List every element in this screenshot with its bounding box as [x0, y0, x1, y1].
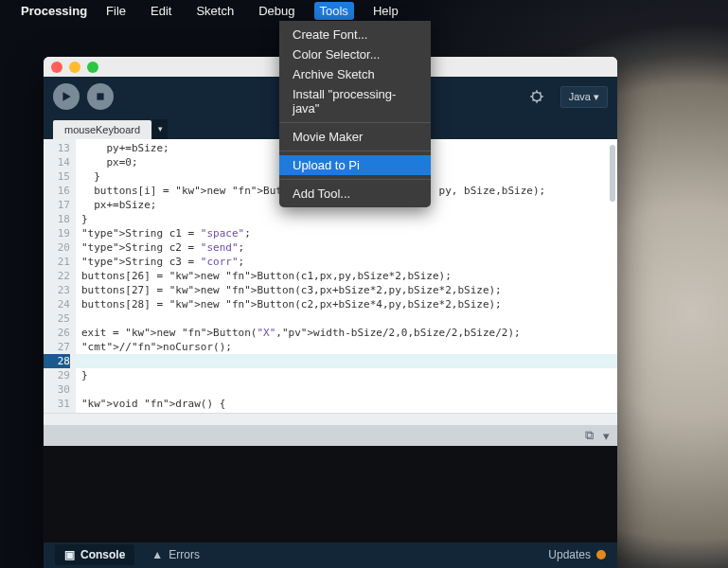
console-tab[interactable]: ▣ Console: [55, 544, 134, 565]
update-dot-icon: [596, 550, 606, 559]
app-name[interactable]: Processing: [21, 4, 87, 18]
menu-add-tool[interactable]: Add Tool...: [279, 184, 431, 204]
code-line[interactable]: buttons[28] = "kw">new "fn">Button(c2,px…: [81, 297, 612, 311]
code-line[interactable]: [81, 311, 612, 326]
tools-dropdown: Create Font... Color Selector... Archive…: [279, 21, 431, 207]
menu-edit[interactable]: Edit: [145, 2, 177, 20]
code-line[interactable]: [81, 382, 612, 397]
menu-color-selector[interactable]: Color Selector...: [279, 44, 431, 64]
debug-icon[interactable]: [524, 84, 549, 109]
mode-selector[interactable]: Java ▾: [560, 86, 608, 108]
menu-upload-to-pi[interactable]: Upload to Pi: [279, 155, 431, 175]
errors-tab[interactable]: ▲ Errors: [151, 548, 200, 561]
console-icon: ▣: [64, 548, 75, 561]
menu-sketch[interactable]: Sketch: [190, 2, 240, 20]
vertical-scrollbar[interactable]: [610, 145, 615, 202]
updates-indicator[interactable]: Updates: [548, 548, 606, 561]
menu-separator: [279, 179, 431, 180]
stop-button[interactable]: [87, 83, 114, 110]
menu-separator: [279, 122, 431, 123]
code-line[interactable]: buttons[26] = "kw">new "fn">Button(c1,px…: [81, 269, 612, 283]
menu-tools[interactable]: Tools: [314, 2, 354, 20]
tab-menu-button[interactable]: ▾: [152, 119, 168, 139]
code-line[interactable]: "type">String c2 = "send";: [81, 240, 612, 255]
menu-movie-maker[interactable]: Movie Maker: [279, 127, 431, 147]
menu-create-font[interactable]: Create Font...: [279, 25, 431, 44]
code-line[interactable]: "type">String c3 = "corr";: [81, 255, 612, 269]
status-bar: ▣ Console ▲ Errors Updates: [44, 542, 617, 568]
menu-archive-sketch[interactable]: Archive Sketch: [279, 64, 431, 84]
line-gutter: 13141516171819202122232425262728293031: [44, 139, 76, 413]
warning-icon: ▲: [151, 548, 163, 561]
menu-install-java[interactable]: Install "processing-java": [279, 84, 431, 118]
line-col-icon[interactable]: ⧉: [585, 428, 594, 443]
menubar: Processing File Edit Sketch Debug Tools …: [0, 0, 728, 21]
code-line[interactable]: buttons[27] = "kw">new "fn">Button(c3,px…: [81, 283, 612, 297]
code-line[interactable]: "kw">void "fn">draw() {: [81, 397, 612, 411]
menu-help[interactable]: Help: [367, 2, 404, 20]
menu-separator: [279, 151, 431, 151]
menu-debug[interactable]: Debug: [253, 2, 300, 20]
toggle-console-icon[interactable]: ▾: [603, 429, 610, 443]
code-line[interactable]: "type">String c1 = "space";: [81, 226, 612, 240]
message-bar: ⧉ ▾: [44, 425, 617, 445]
svg-rect-1: [97, 94, 103, 100]
run-button[interactable]: [53, 83, 80, 110]
code-line[interactable]: exit = "kw">new "fn">Button("X","pv">wid…: [81, 326, 612, 340]
sketch-tab[interactable]: mouseKeyboard: [53, 120, 151, 139]
code-line[interactable]: "cmt">//"fn">noCursor();: [81, 340, 612, 354]
menu-file[interactable]: File: [100, 2, 132, 20]
code-line[interactable]: }: [81, 368, 612, 382]
code-line[interactable]: }: [81, 212, 612, 226]
console-output[interactable]: [44, 446, 617, 542]
svg-marker-0: [62, 93, 70, 102]
horizontal-scrollbar[interactable]: [44, 413, 617, 426]
